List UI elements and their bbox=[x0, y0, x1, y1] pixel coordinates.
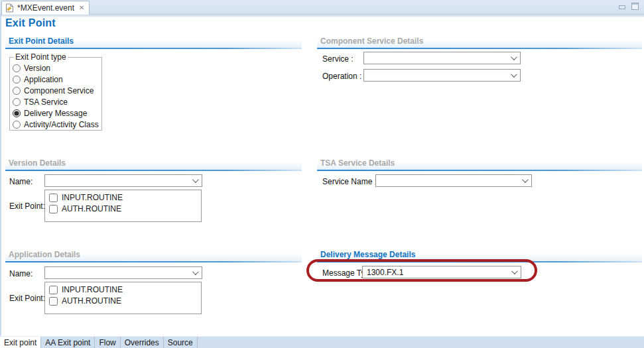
view-window-controls bbox=[619, 3, 639, 10]
message-type-dropdown[interactable]: 1300.FX.1 bbox=[362, 266, 521, 278]
radio-activity-class[interactable]: Activity/Activity Class bbox=[13, 119, 99, 130]
radio-label: TSA Service bbox=[24, 97, 68, 107]
radio-application-input[interactable] bbox=[13, 76, 21, 84]
exit-point-type-label: Exit Point type bbox=[14, 52, 68, 62]
section-title: Component Service Details bbox=[320, 36, 423, 46]
editor-tab-bar: *MXEvent.event ✕ bbox=[0, 0, 644, 15]
service-dropdown[interactable] bbox=[363, 52, 521, 64]
event-file-icon bbox=[5, 3, 14, 13]
version-exit-point-list[interactable]: INPUT.ROUTINE AUTH.ROUTINE bbox=[44, 190, 202, 222]
editor-left-border bbox=[0, 15, 1, 348]
tab-label: Overrides bbox=[125, 338, 159, 347]
editor-tab-mxevent[interactable]: *MXEvent.event ✕ bbox=[1, 1, 90, 15]
radio-label: Delivery Message bbox=[24, 109, 87, 118]
section-header-delivery-message-details: Delivery Message Details bbox=[317, 248, 642, 261]
section-header-component-service-details: Component Service Details bbox=[317, 34, 642, 48]
list-item[interactable]: INPUT.ROUTINE bbox=[49, 285, 197, 294]
tab-label: Flow bbox=[99, 338, 115, 347]
chevron-down-icon bbox=[511, 268, 518, 274]
tab-source[interactable]: Source bbox=[164, 337, 198, 348]
version-exit-point-label: Exit Point: bbox=[9, 202, 45, 211]
radio-delivery-message-input[interactable] bbox=[13, 109, 21, 117]
checkbox-label: INPUT.ROUTINE bbox=[62, 193, 123, 202]
chevron-down-icon bbox=[511, 54, 517, 60]
section-title: Exit Point Details bbox=[9, 36, 74, 46]
list-item[interactable]: AUTH.ROUTINE bbox=[49, 296, 197, 306]
tab-flow[interactable]: Flow bbox=[95, 337, 120, 348]
checkbox-label: AUTH.ROUTINE bbox=[62, 296, 121, 306]
chevron-down-icon bbox=[522, 176, 529, 183]
version-name-dropdown[interactable] bbox=[44, 174, 202, 187]
radio-version-input[interactable] bbox=[13, 64, 21, 72]
tab-overrides[interactable]: Overrides bbox=[121, 337, 164, 348]
radio-component-service[interactable]: Component Service bbox=[13, 85, 99, 96]
auth-routine-checkbox[interactable] bbox=[49, 205, 58, 213]
close-icon[interactable]: ✕ bbox=[79, 5, 84, 11]
radio-component-service-input[interactable] bbox=[13, 87, 21, 95]
operation-label: Operation : bbox=[322, 72, 361, 81]
tab-label: Source bbox=[168, 338, 193, 347]
application-exit-point-label: Exit Point: bbox=[9, 294, 45, 303]
section-title: Version Details bbox=[9, 158, 66, 168]
list-item[interactable]: INPUT.ROUTINE bbox=[49, 193, 197, 202]
operation-dropdown[interactable] bbox=[363, 69, 521, 82]
chevron-down-icon bbox=[192, 268, 199, 275]
radio-label: Application bbox=[24, 75, 63, 84]
section-header-tsa-service-details: TSA Service Details bbox=[317, 156, 642, 170]
radio-tsa-service-input[interactable] bbox=[13, 98, 21, 106]
radio-delivery-message[interactable]: Delivery Message bbox=[13, 107, 99, 119]
radio-tsa-service[interactable]: TSA Service bbox=[13, 96, 99, 107]
chevron-down-icon bbox=[511, 71, 517, 78]
message-type-value: 1300.FX.1 bbox=[367, 268, 403, 277]
exit-point-type-group: Exit Point type Version Application Comp… bbox=[9, 52, 102, 131]
service-label: Service : bbox=[322, 54, 354, 64]
radio-application[interactable]: Application bbox=[13, 74, 99, 85]
radio-label: Activity/Activity Class bbox=[24, 120, 99, 129]
minimize-icon[interactable] bbox=[619, 5, 625, 9]
tabbar-shadow-strip bbox=[0, 15, 644, 17]
radio-activity-class-input[interactable] bbox=[13, 121, 21, 129]
radio-version[interactable]: Version bbox=[13, 62, 99, 74]
chevron-down-icon bbox=[192, 176, 199, 183]
input-routine-checkbox[interactable] bbox=[49, 286, 58, 294]
list-item[interactable]: AUTH.ROUTINE bbox=[49, 204, 197, 213]
version-name-label: Name: bbox=[9, 177, 32, 186]
page-title: Exit Point bbox=[5, 17, 56, 29]
tab-label: Exit point bbox=[4, 338, 36, 347]
application-exit-point-list[interactable]: INPUT.ROUTINE AUTH.ROUTINE bbox=[44, 282, 202, 314]
tab-label: AA Exit point bbox=[45, 338, 90, 347]
checkbox-label: INPUT.ROUTINE bbox=[62, 285, 123, 294]
maximize-icon[interactable] bbox=[631, 3, 639, 10]
radio-label: Version bbox=[24, 64, 50, 73]
tab-aa-exit-point[interactable]: AA Exit point bbox=[41, 337, 95, 348]
application-name-dropdown[interactable] bbox=[44, 266, 202, 279]
input-routine-checkbox[interactable] bbox=[49, 194, 58, 202]
editor-tab-title: *MXEvent.event bbox=[17, 3, 74, 13]
tsa-service-name-dropdown[interactable] bbox=[375, 174, 532, 187]
application-name-label: Name: bbox=[9, 269, 32, 278]
section-header-exit-point-details: Exit Point Details bbox=[5, 34, 302, 48]
section-title: Application Details bbox=[9, 250, 80, 259]
tab-exit-point[interactable]: Exit point bbox=[0, 337, 41, 348]
checkbox-label: AUTH.ROUTINE bbox=[62, 204, 121, 213]
radio-label: Component Service bbox=[24, 86, 94, 95]
editor-window: *MXEvent.event ✕ Exit Point Exit Point D… bbox=[0, 0, 644, 348]
section-header-version-details: Version Details bbox=[5, 156, 302, 170]
tsa-service-name-label: Service Name : bbox=[322, 177, 377, 186]
section-title: TSA Service Details bbox=[320, 158, 395, 168]
auth-routine-checkbox[interactable] bbox=[49, 297, 58, 306]
section-header-application-details: Application Details bbox=[5, 248, 302, 261]
bottom-tab-bar: Exit point AA Exit point Flow Overrides … bbox=[0, 336, 644, 348]
section-title: Delivery Message Details bbox=[320, 250, 415, 259]
